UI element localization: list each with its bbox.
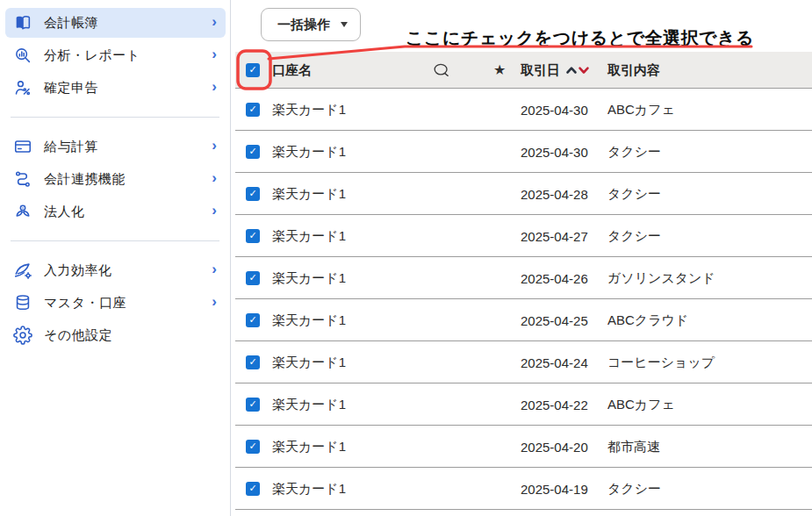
table-row[interactable]: ✓ 楽天カード1 2025-04-26 ガソリンスタンド — [235, 257, 812, 299]
app-window: 会計帳簿 › 分析・レポート › — [0, 0, 812, 516]
row-checkbox[interactable]: ✓ — [246, 103, 260, 117]
sidebar-item-label: 会計帳簿 — [44, 15, 98, 32]
sidebar-item-input-efficiency[interactable]: 入力効率化 › — [5, 255, 226, 285]
check-icon: ✓ — [248, 65, 256, 75]
row-checkbox[interactable]: ✓ — [246, 145, 260, 159]
sort-arrows — [565, 65, 590, 75]
sidebar-item-label: 法人化 — [44, 204, 85, 220]
row-checkbox[interactable]: ✓ — [246, 187, 260, 201]
date-header-label: 取引日 — [521, 61, 560, 78]
sidebar-item-other-settings[interactable]: その他設定 — [5, 320, 226, 350]
transaction-date: 2025-04-28 — [521, 186, 588, 201]
column-header-account[interactable]: 口座名 — [272, 61, 312, 78]
sidebar-item-label: 会計連携機能 — [44, 171, 126, 188]
transaction-description: タクシー — [607, 480, 661, 497]
sidebar: 会計帳簿 › 分析・レポート › — [0, 0, 231, 516]
sort-desc-icon — [578, 65, 590, 75]
check-icon: ✓ — [248, 273, 256, 283]
transaction-date: 2025-04-25 — [521, 312, 588, 327]
sidebar-item-master-accounts[interactable]: マスタ・口座 › — [5, 288, 226, 318]
transaction-date: 2025-04-20 — [521, 439, 588, 454]
row-checkbox[interactable]: ✓ — [246, 355, 260, 369]
table-row[interactable]: ✓ 楽天カード1 2025-04-30 ABCカフェ — [235, 89, 812, 131]
sidebar-item-label: 分析・レポート — [44, 47, 140, 64]
transaction-description: ABCカフェ — [607, 101, 675, 118]
sidebar-item-label: 入力効率化 — [44, 262, 112, 279]
table-header-row: ✓ 口座名 ★ 取引日 取引内容 — [235, 52, 812, 89]
annotation-text: ここにチェックをつけるとで全選択できる — [406, 26, 754, 50]
transaction-date: 2025-04-27 — [521, 228, 588, 243]
chevron-right-icon: › — [212, 262, 217, 276]
star-icon[interactable]: ★ — [493, 63, 506, 77]
transaction-description: ガソリンスタンド — [607, 269, 715, 286]
transaction-date: 2025-04-26 — [521, 270, 588, 285]
main-content: 一括操作 ここにチェックをつけるとで全選択できる ✓ 口座名 ★ 取引日 — [235, 0, 812, 516]
book-icon — [13, 13, 32, 32]
chevron-right-icon: › — [212, 79, 217, 94]
sidebar-item-tax-return[interactable]: 確定申告 › — [5, 73, 226, 103]
check-icon: ✓ — [248, 484, 256, 493]
transaction-description: 都市高速 — [607, 438, 660, 455]
account-name: 楽天カード1 — [272, 101, 346, 118]
sidebar-item-analysis-report[interactable]: 分析・レポート › — [5, 40, 226, 70]
account-name: 楽天カード1 — [272, 480, 346, 497]
account-name: 楽天カード1 — [272, 438, 346, 455]
table-row[interactable]: ✓ 楽天カード1 2025-04-24 コーヒーショップ — [235, 341, 812, 383]
row-checkbox[interactable]: ✓ — [246, 313, 260, 327]
account-name: 楽天カード1 — [272, 227, 346, 244]
select-all-checkbox[interactable]: ✓ — [246, 63, 260, 77]
transaction-date: 2025-04-30 — [521, 102, 588, 117]
account-name: 楽天カード1 — [272, 354, 346, 370]
sidebar-item-label: 給与計算 — [44, 139, 98, 155]
table-row[interactable]: ✓ 楽天カード1 2025-04-30 タクシー — [235, 131, 812, 173]
column-header-description: 取引内容 — [607, 61, 660, 78]
table-row[interactable]: ✓ 楽天カード1 2025-04-25 ABCクラウド — [235, 299, 812, 341]
sidebar-nav: 会計帳簿 › 分析・レポート › — [0, 0, 230, 350]
chevron-right-icon: › — [212, 203, 217, 218]
sidebar-item-accounting-books[interactable]: 会計帳簿 › — [5, 8, 226, 38]
table-row[interactable]: ✓ 楽天カード1 2025-04-19 タクシー — [235, 468, 812, 510]
master-account-icon — [13, 293, 32, 312]
sidebar-item-label: マスタ・口座 — [44, 295, 126, 312]
payroll-card-icon — [13, 137, 32, 156]
check-icon: ✓ — [248, 357, 256, 367]
transaction-date: 2025-04-30 — [521, 144, 588, 159]
sidebar-divider — [11, 240, 219, 241]
analysis-report-icon — [13, 46, 32, 65]
incorporation-icon — [13, 202, 32, 221]
table-row[interactable]: ✓ 楽天カード1 2025-04-28 タクシー — [235, 173, 812, 215]
comment-icon[interactable] — [433, 61, 450, 78]
settings-gear-icon — [13, 326, 32, 345]
tax-return-icon — [13, 78, 32, 97]
row-checkbox[interactable]: ✓ — [246, 482, 260, 496]
transaction-date: 2025-04-22 — [521, 397, 588, 412]
chevron-right-icon: › — [212, 47, 217, 61]
account-name: 楽天カード1 — [272, 396, 346, 412]
check-icon: ✓ — [248, 441, 256, 451]
table-row[interactable]: ✓ 楽天カード1 2025-04-27 タクシー — [235, 215, 812, 257]
caret-down-icon — [341, 22, 348, 27]
row-checkbox[interactable]: ✓ — [246, 440, 260, 454]
sidebar-item-accounting-link[interactable]: 会計連携機能 › — [5, 164, 226, 194]
input-efficiency-icon — [13, 261, 32, 280]
bulk-action-button[interactable]: 一括操作 — [261, 8, 361, 41]
sidebar-item-payroll[interactable]: 給与計算 › — [5, 132, 226, 161]
sidebar-divider — [11, 117, 219, 118]
accounting-link-icon — [13, 169, 32, 189]
row-checkbox[interactable]: ✓ — [246, 229, 260, 243]
table-row[interactable]: ✓ 楽天カード1 2025-04-22 ABCカフェ — [235, 383, 812, 426]
check-icon: ✓ — [248, 315, 256, 325]
column-header-date[interactable]: 取引日 — [521, 61, 590, 78]
row-checkbox[interactable]: ✓ — [246, 271, 260, 285]
check-icon: ✓ — [248, 104, 256, 114]
sidebar-item-label: その他設定 — [44, 327, 112, 344]
chevron-right-icon: › — [212, 294, 217, 309]
transaction-description: タクシー — [607, 227, 661, 244]
sidebar-item-incorporation[interactable]: 法人化 › — [5, 197, 226, 226]
sidebar-item-label: 確定申告 — [44, 80, 98, 97]
table-row[interactable]: ✓ 楽天カード1 2025-04-20 都市高速 — [235, 426, 812, 468]
check-icon: ✓ — [248, 147, 256, 156]
account-name: 楽天カード1 — [272, 143, 346, 160]
check-icon: ✓ — [248, 189, 256, 198]
row-checkbox[interactable]: ✓ — [246, 398, 260, 412]
